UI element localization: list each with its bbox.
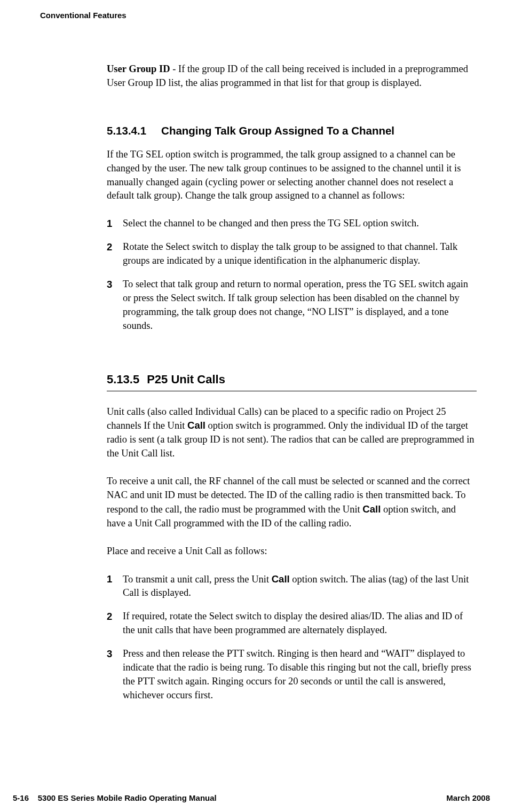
step-item: 3 To select that talk group and return t…	[107, 278, 477, 333]
bold-term: Call	[187, 420, 205, 431]
bold-term: Call	[272, 573, 290, 585]
step-num: 2	[107, 240, 123, 268]
intro-para: User Group ID - If the group ID of the c…	[107, 62, 477, 90]
page-footer: 5-16 5300 ES Series Mobile Radio Operati…	[13, 793, 490, 802]
step-num: 3	[107, 647, 123, 703]
step-text-a: Press and then release the PTT switch. R…	[123, 648, 471, 700]
section-para-2: To receive a unit call, the RF channel o…	[107, 475, 477, 531]
section-num: 5.13.4.1	[107, 124, 146, 137]
section-num: 5.13.5	[107, 373, 139, 387]
section-title: P25 Unit Calls	[147, 373, 225, 386]
footer-left: 5-16 5300 ES Series Mobile Radio Operati…	[13, 793, 217, 802]
main-content: User Group ID - If the group ID of the c…	[107, 62, 477, 703]
step-text: To select that talk group and return to …	[123, 278, 477, 333]
section-heading-5-13-5: 5.13.5P25 Unit Calls	[107, 373, 477, 387]
step-text-a: If required, rotate the Select switch to…	[123, 611, 463, 635]
step-item: 1 To transmit a unit call, press the Uni…	[107, 572, 477, 601]
step-text: To transmit a unit call, press the Unit …	[123, 572, 477, 601]
section-divider	[107, 391, 477, 391]
step-num: 1	[107, 572, 123, 601]
step-item: 1 Select the channel to be changed and t…	[107, 217, 477, 231]
step-text: Select the channel to be changed and the…	[123, 217, 477, 231]
bold-term: Call	[362, 503, 381, 515]
step-item: 3 Press and then release the PTT switch.…	[107, 647, 477, 703]
footer-right: March 2008	[446, 793, 490, 802]
intro-term: User Group ID	[107, 64, 170, 74]
section-title: Changing Talk Group Assigned To a Channe…	[161, 124, 394, 137]
step-num: 1	[107, 217, 123, 231]
step-text: Press and then release the PTT switch. R…	[123, 647, 477, 703]
section-para-3: Place and receive a Unit Call as follows…	[107, 545, 477, 558]
step-num: 3	[107, 278, 123, 333]
step-item: 2 Rotate the Select switch to display th…	[107, 240, 477, 268]
page-header: Conventional Features	[40, 11, 482, 20]
step-text: If required, rotate the Select switch to…	[123, 610, 477, 637]
step-text-a: To transmit a unit call, press the Unit	[123, 574, 272, 585]
section-para-1: Unit calls (also called Individual Calls…	[107, 405, 477, 461]
step-item: 2 If required, rotate the Select switch …	[107, 610, 477, 637]
section-para: If the TG SEL option switch is programme…	[107, 148, 477, 203]
section-heading-5-13-4-1: 5.13.4.1Changing Talk Group Assigned To …	[107, 124, 477, 137]
step-text: Rotate the Select switch to display the …	[123, 240, 477, 268]
step-num: 2	[107, 610, 123, 637]
